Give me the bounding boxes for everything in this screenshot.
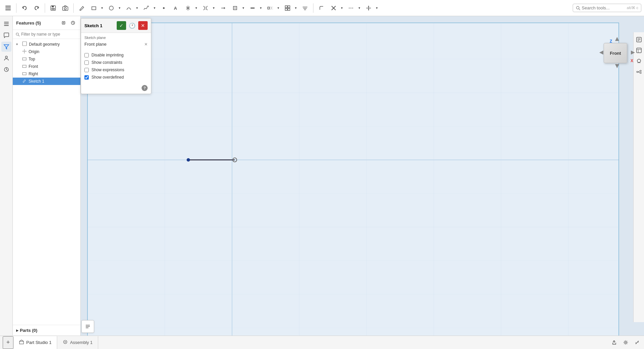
xor-dropdown[interactable]: ▾ <box>339 3 344 13</box>
svg-marker-89 <box>631 51 635 55</box>
canvas-area[interactable]: Front Sketch 1 Front Z X <box>81 16 644 336</box>
sketch1-icon <box>22 79 27 84</box>
tree-item-default-geometry[interactable]: ▾ Default geometry <box>13 40 80 48</box>
offset-dropdown[interactable]: ▾ <box>240 3 246 13</box>
show-expressions-label: Show expressions <box>91 68 124 72</box>
circle-tool-group: ▾ <box>106 3 122 13</box>
show-expressions-checkbox[interactable] <box>84 68 89 72</box>
floating-list-button[interactable] <box>83 322 92 331</box>
feature-history-button[interactable] <box>69 19 77 27</box>
tree-item-origin[interactable]: Origin <box>13 48 80 55</box>
rectangle-dropdown[interactable]: ▾ <box>99 3 105 13</box>
sketch-plane-value: Front plane ✕ <box>84 41 148 47</box>
search-tools-input[interactable] <box>582 5 626 10</box>
tree-item-right[interactable]: Right <box>13 70 80 78</box>
construction-dropdown[interactable]: ▾ <box>356 3 362 13</box>
svg-line-10 <box>80 10 81 10</box>
parts-title[interactable]: ▸ Parts (0) <box>16 328 77 333</box>
sketch-option-show-constraints: Show constraints <box>84 59 148 66</box>
view-cube-front-face[interactable]: Front <box>604 43 627 63</box>
grid-dropdown[interactable]: ▾ <box>293 3 298 13</box>
point-button[interactable] <box>158 3 169 13</box>
user-icon-button[interactable] <box>1 53 11 63</box>
mass-properties-button[interactable] <box>634 56 644 66</box>
transform-dropdown[interactable]: ▾ <box>374 3 379 13</box>
sketch-cancel-button[interactable]: ✕ <box>138 21 148 30</box>
filter-input[interactable] <box>21 32 78 37</box>
bottom-share-button[interactable] <box>610 338 618 347</box>
transform-button[interactable] <box>363 3 374 13</box>
arc-button[interactable] <box>123 3 134 13</box>
circle-button[interactable] <box>106 3 117 13</box>
svg-rect-28 <box>272 7 273 9</box>
help-button[interactable]: ? <box>142 85 148 91</box>
extend-button[interactable] <box>218 3 228 13</box>
fillet-button[interactable] <box>316 3 327 13</box>
geometry-icon <box>22 41 27 47</box>
add-feature-button[interactable] <box>60 19 68 27</box>
rectangle-button[interactable] <box>88 3 99 13</box>
svg-rect-45 <box>4 25 9 26</box>
svg-point-13 <box>163 7 165 9</box>
connections-button[interactable] <box>634 67 644 77</box>
filter-icon-button[interactable] <box>1 42 11 52</box>
grid-button[interactable] <box>282 3 293 13</box>
plane-right-icon <box>22 71 27 77</box>
arc-dropdown[interactable]: ▾ <box>134 3 140 13</box>
svg-point-108 <box>65 341 66 343</box>
offset-button[interactable] <box>230 3 240 13</box>
svg-point-100 <box>640 72 641 74</box>
spline-button[interactable] <box>141 3 152 13</box>
svg-point-97 <box>637 59 641 62</box>
tab-assembly-1[interactable]: Assembly 1 <box>57 336 98 349</box>
save-button[interactable] <box>48 3 59 13</box>
add-tab-button[interactable]: + <box>3 336 13 349</box>
comment-icon-button[interactable] <box>1 30 11 40</box>
pattern-dropdown[interactable]: ▾ <box>258 3 263 13</box>
spline-dropdown[interactable]: ▾ <box>152 3 157 13</box>
pencil-button[interactable] <box>76 3 87 13</box>
history-icon-button[interactable] <box>1 64 11 75</box>
mirror-dropdown[interactable]: ▾ <box>193 3 199 13</box>
properties-panel-button[interactable] <box>634 35 644 44</box>
tree-item-front[interactable]: Front <box>13 63 80 70</box>
align-button[interactable] <box>300 3 310 13</box>
show-overdefined-checkbox[interactable] <box>84 75 89 80</box>
disable-imprinting-checkbox[interactable] <box>84 53 89 57</box>
bottom-settings-button[interactable] <box>621 338 630 347</box>
sketch-plane-close-button[interactable]: ✕ <box>144 42 148 47</box>
tree-item-sketch1[interactable]: Sketch 1 <box>13 78 80 85</box>
bottom-scale-button[interactable] <box>633 338 641 347</box>
right-side-panel <box>633 32 644 322</box>
trim-button[interactable] <box>200 3 211 13</box>
sketch-history-button[interactable]: 🕐 <box>127 21 137 30</box>
svg-rect-6 <box>52 6 54 7</box>
app-menu-button[interactable] <box>3 3 13 13</box>
svg-rect-44 <box>4 24 9 24</box>
pattern-button[interactable] <box>247 3 258 13</box>
tab-part-studio-1[interactable]: Part Studio 1 <box>13 336 57 349</box>
linear-pattern-dropdown[interactable]: ▾ <box>275 3 281 13</box>
camera-button[interactable] <box>60 3 71 13</box>
construction-button[interactable] <box>346 3 356 13</box>
linear-pattern-button[interactable] <box>265 3 275 13</box>
mirror-button[interactable] <box>183 3 193 13</box>
xor-button[interactable] <box>328 3 339 13</box>
undo-button[interactable] <box>19 3 30 13</box>
transform-tool-group: ▾ <box>363 3 379 13</box>
separator-3 <box>73 3 74 13</box>
show-constraints-checkbox[interactable] <box>84 60 89 65</box>
text-button[interactable]: A <box>171 3 181 13</box>
tab-part-studio-1-label: Part Studio 1 <box>26 340 51 345</box>
trim-dropdown[interactable]: ▾ <box>211 3 216 13</box>
features-icon-button[interactable] <box>1 19 11 29</box>
view-cube-bottom-arrow[interactable] <box>614 62 620 70</box>
sketch-ok-button[interactable]: ✓ <box>117 21 126 30</box>
view-cube-right-arrow[interactable] <box>629 49 636 57</box>
trim-tool-group: ▾ <box>200 3 216 13</box>
redo-button[interactable] <box>31 3 42 13</box>
circle-dropdown[interactable]: ▾ <box>117 3 122 13</box>
svg-point-53 <box>16 33 18 35</box>
svg-point-109 <box>625 342 627 343</box>
tree-item-top[interactable]: Top <box>13 55 80 63</box>
